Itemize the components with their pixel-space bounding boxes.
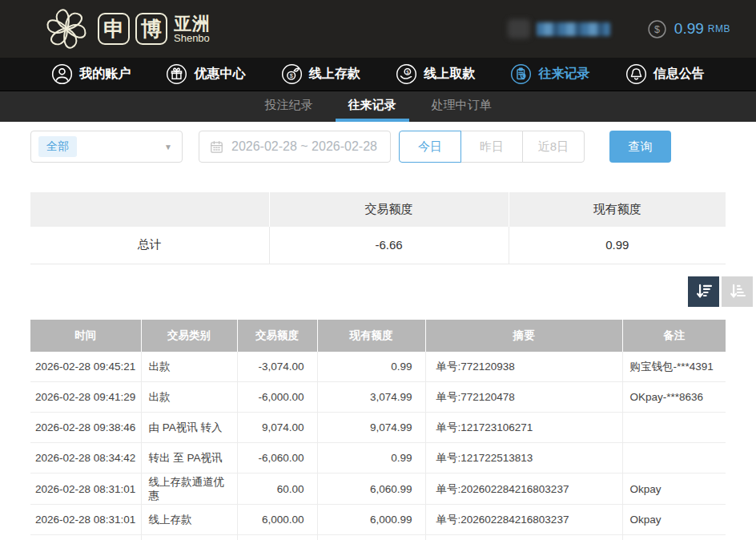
table-row: 2026-02-28 08:34:42转出 至 PA视讯-6,060.000.9… bbox=[30, 443, 726, 474]
table-row: 2026-02-28 08:31:01线上存款6,000.006,000.99单… bbox=[30, 505, 726, 535]
sort-ascending-icon bbox=[728, 282, 747, 301]
table-cell: Okpay bbox=[622, 474, 726, 505]
nav-item-deposit[interactable]: $ 线上存款 bbox=[281, 63, 360, 85]
summary-table: 交易额度 现有额度 总计 -6.66 0.99 bbox=[30, 192, 726, 264]
table-cell bbox=[317, 535, 425, 540]
table-cell bbox=[30, 535, 141, 540]
table-cell: 60.00 bbox=[237, 474, 317, 505]
logo-characters: 申 博 bbox=[98, 13, 167, 45]
table-cell: 2026-02-28 09:45:21 bbox=[30, 352, 141, 382]
balance[interactable]: $ 0.99 RMB bbox=[647, 19, 730, 39]
tab-transaction-records[interactable]: 往来记录 bbox=[336, 91, 409, 122]
table-cell: 0.99 bbox=[317, 352, 425, 382]
summary-trade-amount: -6.66 bbox=[269, 227, 509, 264]
table-cell: 出款 bbox=[141, 352, 237, 382]
col-header-time: 时间 bbox=[30, 320, 141, 352]
today-button[interactable]: 今日 bbox=[399, 131, 461, 163]
col-header-remark: 备注 bbox=[622, 320, 726, 352]
summary-header-row: 交易额度 现有额度 bbox=[30, 192, 726, 227]
sort-controls bbox=[30, 276, 753, 307]
dollar-coin-icon: $ bbox=[647, 19, 667, 39]
table-cell: 3,074.99 bbox=[317, 382, 425, 413]
quick-date-buttons: 今日 昨日 近8日 bbox=[399, 131, 585, 163]
table-row-partial bbox=[30, 535, 726, 540]
table-cell: Okpay bbox=[622, 505, 726, 535]
col-header-current-balance: 现有额度 bbox=[317, 320, 425, 352]
records-clipboard-icon bbox=[510, 63, 532, 85]
subtabs: 投注纪录 往来记录 处理中订单 bbox=[0, 91, 756, 122]
transactions-header-row: 时间 交易类别 交易额度 现有额度 摘要 备注 bbox=[30, 320, 726, 352]
site-logo[interactable]: 申 博 亚洲 Shenbo bbox=[42, 4, 211, 54]
table-cell: OKpay-***8636 bbox=[622, 382, 726, 413]
table-cell: 6,000.00 bbox=[237, 505, 317, 535]
table-cell: -6,000.00 bbox=[237, 382, 317, 413]
summary-total-row: 总计 -6.66 0.99 bbox=[30, 227, 726, 264]
table-cell: 单号:202602284216803237 bbox=[425, 474, 622, 505]
yesterday-button[interactable]: 昨日 bbox=[460, 131, 523, 163]
table-cell: 单号:121723106271 bbox=[425, 413, 622, 443]
chevron-down-icon: ▼ bbox=[164, 143, 172, 151]
selected-type-chip: 全部 bbox=[38, 136, 77, 157]
table-cell bbox=[622, 413, 726, 443]
table-cell: 由 PA视讯 转入 bbox=[141, 413, 237, 443]
balance-currency: RMB bbox=[708, 23, 730, 34]
table-cell bbox=[425, 535, 622, 540]
withdraw-hand-icon: $ bbox=[396, 63, 417, 85]
table-cell: 6,060.99 bbox=[317, 474, 425, 505]
bell-icon bbox=[625, 63, 647, 85]
table-cell: 2026-02-28 08:31:01 bbox=[30, 505, 141, 535]
tab-pending-orders[interactable]: 处理中订单 bbox=[419, 91, 505, 122]
table-cell: 2026-02-28 08:31:01 bbox=[30, 474, 141, 505]
top-header: 申 博 亚洲 Shenbo $ 0.99 RMB bbox=[0, 0, 756, 58]
table-cell: 线上存款通道优惠 bbox=[141, 474, 237, 505]
svg-text:$: $ bbox=[406, 69, 409, 75]
table-row: 2026-02-28 08:31:01线上存款通道优惠60.006,060.99… bbox=[30, 474, 726, 505]
date-range-picker[interactable]: 2026-02-28 ~ 2026-02-28 bbox=[199, 131, 391, 163]
nav-item-transaction-records[interactable]: 往来记录 bbox=[510, 63, 589, 85]
svg-text:$: $ bbox=[289, 72, 292, 79]
filter-row: 全部 ▼ 2026-02-28 ~ 2026-02-28 今日 昨日 近8日 查… bbox=[30, 131, 726, 163]
page: 申 博 亚洲 Shenbo $ 0.99 RMB bbox=[0, 0, 756, 540]
query-button[interactable]: 查询 bbox=[609, 131, 671, 163]
table-cell bbox=[622, 443, 726, 474]
table-cell bbox=[622, 535, 726, 540]
table-cell: -6,060.00 bbox=[237, 443, 317, 474]
avatar[interactable] bbox=[508, 19, 530, 38]
svg-text:$: $ bbox=[654, 23, 660, 34]
table-cell: 转出 至 PA视讯 bbox=[141, 443, 237, 474]
table-cell: 购宝钱包-***4391 bbox=[622, 352, 726, 382]
last-8-days-button[interactable]: 近8日 bbox=[522, 131, 585, 163]
nav-item-my-account[interactable]: 我的账户 bbox=[51, 63, 131, 85]
username-redacted[interactable] bbox=[537, 22, 610, 36]
content: 全部 ▼ 2026-02-28 ~ 2026-02-28 今日 昨日 近8日 查… bbox=[0, 131, 756, 540]
flower-logo-icon bbox=[42, 4, 91, 54]
nav-item-withdraw[interactable]: $ 线上取款 bbox=[396, 63, 475, 85]
table-cell: 2026-02-28 08:34:42 bbox=[30, 443, 141, 474]
balance-amount: 0.99 bbox=[674, 20, 704, 38]
date-range-value: 2026-02-28 ~ 2026-02-28 bbox=[231, 139, 377, 154]
table-cell bbox=[237, 535, 317, 540]
transaction-type-select[interactable]: 全部 ▼ bbox=[30, 131, 183, 163]
tab-betting-records[interactable]: 投注纪录 bbox=[252, 91, 326, 122]
sort-descending-button[interactable] bbox=[688, 276, 719, 307]
table-cell: 线上存款 bbox=[141, 505, 237, 535]
summary-header-empty bbox=[30, 192, 269, 227]
table-cell: 2026-02-28 09:38:46 bbox=[30, 413, 141, 443]
nav-item-promotions[interactable]: 优惠中心 bbox=[166, 63, 245, 85]
logo-char-1: 申 bbox=[98, 13, 130, 45]
table-cell: 单号:772120938 bbox=[425, 352, 622, 382]
deposit-coin-icon: $ bbox=[281, 63, 303, 85]
col-header-type: 交易类别 bbox=[141, 320, 237, 352]
table-cell: 单号:772120478 bbox=[425, 382, 622, 413]
main-nav: 我的账户 优惠中心 $ 线上存款 $ 线上取款 bbox=[0, 58, 756, 91]
table-cell: -3,074.00 bbox=[237, 352, 317, 382]
table-cell bbox=[141, 535, 237, 540]
table-cell: 2026-02-28 09:41:29 bbox=[30, 382, 141, 413]
sort-ascending-button[interactable] bbox=[722, 276, 753, 307]
user-icon bbox=[51, 63, 73, 85]
col-header-trade-amount: 交易额度 bbox=[237, 320, 317, 352]
summary-total-label: 总计 bbox=[30, 227, 269, 264]
table-row: 2026-02-28 09:45:21出款-3,074.000.99单号:772… bbox=[30, 352, 726, 382]
transactions-table: 时间 交易类别 交易额度 现有额度 摘要 备注 2026-02-28 09:45… bbox=[30, 320, 726, 540]
nav-item-announcements[interactable]: 信息公告 bbox=[625, 63, 705, 85]
